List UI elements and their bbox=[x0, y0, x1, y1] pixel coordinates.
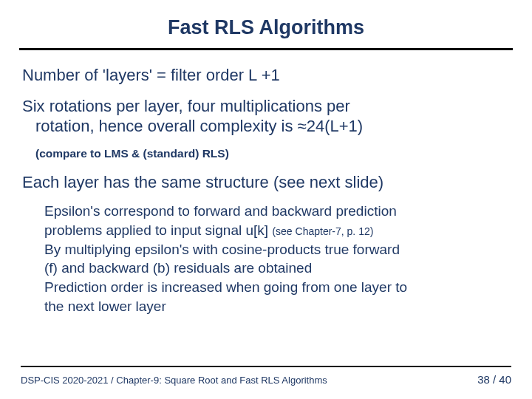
detail-2b: (see Chapter-7, p. 12) bbox=[272, 225, 373, 237]
complexity-line-1: Six rotations per layer, four multiplica… bbox=[22, 97, 350, 115]
structure-line: Each layer has the same structure (see n… bbox=[22, 172, 510, 193]
footer-rule bbox=[21, 366, 511, 367]
layers-line: Number of 'layers' = filter order L +1 bbox=[22, 65, 510, 86]
footer-row: DSP-CIS 2020-2021 / Chapter-9: Square Ro… bbox=[21, 373, 511, 386]
slide-title: Fast RLS Algorithms bbox=[22, 16, 510, 39]
detail-3: By multiplying epsilon's with cosine-pro… bbox=[44, 241, 510, 259]
footer: DSP-CIS 2020-2021 / Chapter-9: Square Ro… bbox=[0, 366, 532, 386]
detail-4: (f) and backward (b) residuals are obtai… bbox=[44, 259, 510, 277]
complexity-line-2: rotation, hence overall complexity is ≈2… bbox=[22, 117, 363, 135]
footer-left: DSP-CIS 2020-2021 / Chapter-9: Square Ro… bbox=[21, 375, 327, 386]
page-number: 38 / 40 bbox=[477, 373, 511, 386]
detail-2: problems applied to input signal u[k] (s… bbox=[44, 222, 510, 239]
detail-1: Epsilon's correspond to forward and back… bbox=[44, 202, 510, 220]
slide: Fast RLS Algorithms Number of 'layers' =… bbox=[0, 0, 532, 399]
compare-note: (compare to LMS & (standard) RLS) bbox=[35, 147, 510, 160]
detail-5: Prediction order is increased when going… bbox=[44, 279, 510, 296]
complexity-block: Six rotations per layer, four multiplica… bbox=[22, 96, 510, 137]
title-rule bbox=[19, 48, 513, 50]
detail-6: the next lower layer bbox=[44, 298, 510, 316]
detail-2a: problems applied to input signal u[k] bbox=[44, 222, 272, 238]
